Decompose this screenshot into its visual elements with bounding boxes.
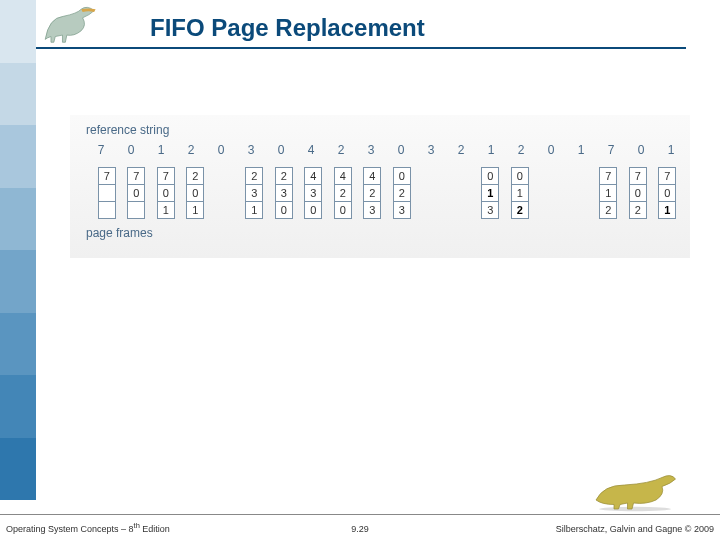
frame-cell: 0 xyxy=(629,184,647,202)
ref-value: 7 xyxy=(96,143,106,157)
dinosaur-logo-bottom xyxy=(590,470,680,512)
frame-column: 701 xyxy=(151,167,181,218)
ref-value: 0 xyxy=(216,143,226,157)
ref-value: 3 xyxy=(366,143,376,157)
frame-cell: 1 xyxy=(245,201,263,219)
frame-cell: 2 xyxy=(511,201,529,219)
frame-column: 712 xyxy=(594,167,624,218)
dinosaur-logo-top xyxy=(38,2,110,48)
page-frames-label: page frames xyxy=(86,226,674,240)
ref-value: 0 xyxy=(396,143,406,157)
ref-value: 2 xyxy=(456,143,466,157)
frame-cell: 1 xyxy=(157,201,175,219)
frame-column-empty xyxy=(535,167,565,218)
frame-column: 70 xyxy=(122,167,152,218)
frame-cell: 7 xyxy=(658,167,676,185)
frame-cell: 4 xyxy=(304,167,322,185)
ref-value: 4 xyxy=(306,143,316,157)
ref-value: 2 xyxy=(336,143,346,157)
frame-cell: 0 xyxy=(393,167,411,185)
frame-column: 230 xyxy=(269,167,299,218)
slide-footer: Operating System Concepts – 8th Edition … xyxy=(0,514,720,540)
left-accent-stripe xyxy=(0,0,36,500)
frame-column: 231 xyxy=(240,167,270,218)
frame-cell: 1 xyxy=(599,184,617,202)
page-frames-grid: 7707012012312304304204230230130127127027… xyxy=(92,167,682,218)
frame-column-empty xyxy=(210,167,240,218)
frame-cell: 1 xyxy=(658,201,676,219)
frame-cell: 2 xyxy=(393,184,411,202)
frame-cell: 2 xyxy=(186,167,204,185)
slide-header: FIFO Page Replacement xyxy=(0,0,720,60)
frame-column: 702 xyxy=(623,167,653,218)
frame-cell: 4 xyxy=(363,167,381,185)
svg-point-0 xyxy=(599,507,671,512)
frame-cell: 3 xyxy=(481,201,499,219)
frame-cell: 7 xyxy=(127,167,145,185)
frame-cell: 2 xyxy=(245,167,263,185)
reference-string-label: reference string xyxy=(86,123,674,137)
frame-cell: 0 xyxy=(304,201,322,219)
frame-cell: 2 xyxy=(599,201,617,219)
footer-left: Operating System Concepts – 8th Edition xyxy=(6,521,170,534)
frame-column-empty xyxy=(417,167,447,218)
frame-cell: 0 xyxy=(186,184,204,202)
frame-cell: 0 xyxy=(275,201,293,219)
ref-value: 3 xyxy=(426,143,436,157)
frame-cell: 7 xyxy=(157,167,175,185)
frame-cell: 2 xyxy=(334,184,352,202)
frame-cell: 0 xyxy=(127,184,145,202)
frame-column: 012 xyxy=(505,167,535,218)
frame-cell: 4 xyxy=(334,167,352,185)
frame-cell xyxy=(127,201,145,219)
frame-cell: 0 xyxy=(334,201,352,219)
frame-cell xyxy=(98,201,116,219)
frame-cell: 2 xyxy=(629,201,647,219)
ref-value: 2 xyxy=(516,143,526,157)
frame-column-empty xyxy=(446,167,476,218)
ref-value: 0 xyxy=(276,143,286,157)
ref-value: 1 xyxy=(156,143,166,157)
frame-cell: 7 xyxy=(98,167,116,185)
frame-cell: 2 xyxy=(363,184,381,202)
frame-column: 430 xyxy=(299,167,329,218)
frame-cell: 0 xyxy=(658,184,676,202)
frame-cell: 3 xyxy=(304,184,322,202)
diagram-content: reference string 70120304230321201701 77… xyxy=(70,115,690,258)
ref-value: 1 xyxy=(486,143,496,157)
frame-cell: 1 xyxy=(481,184,499,202)
ref-value: 3 xyxy=(246,143,256,157)
frame-column: 201 xyxy=(181,167,211,218)
frame-cell: 7 xyxy=(599,167,617,185)
ref-value: 0 xyxy=(636,143,646,157)
ref-value: 1 xyxy=(576,143,586,157)
ref-value: 0 xyxy=(126,143,136,157)
frame-cell: 1 xyxy=(186,201,204,219)
footer-page-number: 9.29 xyxy=(351,524,369,534)
frame-cell: 0 xyxy=(481,167,499,185)
footer-edition-suffix: Edition xyxy=(140,524,170,534)
reference-string-row: 70120304230321201701 xyxy=(96,143,676,157)
frame-column: 423 xyxy=(358,167,388,218)
frame-column: 420 xyxy=(328,167,358,218)
footer-copyright: Silberschatz, Galvin and Gagne © 2009 xyxy=(556,524,714,534)
frame-cell: 2 xyxy=(275,167,293,185)
ref-value: 1 xyxy=(666,143,676,157)
frame-column: 013 xyxy=(476,167,506,218)
ref-value: 0 xyxy=(546,143,556,157)
frame-cell: 0 xyxy=(157,184,175,202)
frame-column: 7 xyxy=(92,167,122,218)
frame-column: 701 xyxy=(653,167,683,218)
frame-cell: 3 xyxy=(393,201,411,219)
footer-book-title: Operating System Concepts – 8 xyxy=(6,524,134,534)
frame-cell: 3 xyxy=(275,184,293,202)
frame-column: 023 xyxy=(387,167,417,218)
frame-cell xyxy=(98,184,116,202)
frame-cell: 7 xyxy=(629,167,647,185)
slide-title: FIFO Page Replacement xyxy=(150,14,425,42)
ref-value: 7 xyxy=(606,143,616,157)
title-underline xyxy=(36,47,686,49)
frame-column-empty xyxy=(564,167,594,218)
frame-cell: 1 xyxy=(511,184,529,202)
frame-cell: 0 xyxy=(511,167,529,185)
